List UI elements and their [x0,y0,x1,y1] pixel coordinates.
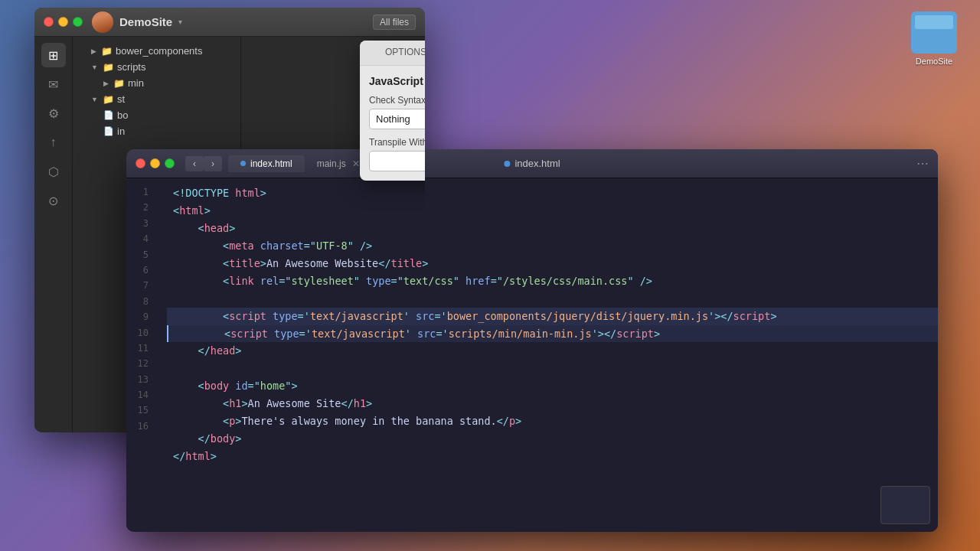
tree-item-label: st [117,93,125,105]
more-options-icon[interactable]: ⋯ [916,156,929,171]
close-button[interactable] [44,17,54,27]
editor-window: ‹ › index.html index.html main.js ✕ ⋯ 1 … [126,149,938,532]
tree-item-st[interactable]: ▼ 📁 st [73,91,240,107]
tab-label: index.html [250,158,292,169]
editor-close-button[interactable] [136,158,145,168]
tree-item-bower-components[interactable]: ▶ 📁 bower_components [73,43,240,59]
tab-dot [240,161,246,166]
sidebar-item-search[interactable]: ⊙ [41,188,66,213]
chevron-down-icon[interactable]: ▾ [178,18,182,26]
folder-icon: 📁 [103,94,114,105]
options-body: JavaScript Check Syntax With: Nothing Tr… [360,66,425,181]
editor-traffic-lights [136,158,175,168]
tree-item-label: in [117,126,125,137]
desktop-icon[interactable]: DemoSite [907,11,961,66]
tab-options[interactable]: OPTIONS [360,41,425,65]
code-line-8: <script type='text/javascript' src='bowe… [167,308,938,325]
sidebar-item-plugins[interactable]: ⬡ [41,159,66,184]
main-title-bar: DemoSite ▾ All files [34,8,425,37]
editor-maximize-button[interactable] [165,158,175,168]
code-line-9: <script type='text/javascript' src='scri… [167,325,938,343]
code-line-12: <body id="home"> [167,377,938,395]
tree-item-label: scripts [117,61,146,73]
forward-button[interactable]: › [204,156,222,171]
sidebar: ⊞ ✉ ⚙ ↑ ⬡ ⊙ [34,37,73,432]
code-line-1: <!DOCTYPE html> [167,184,938,202]
tree-item-scripts[interactable]: ▼ 📁 scripts [73,59,240,75]
code-line-16: </html> [167,448,938,465]
editor-title-text: index.html [514,158,560,169]
check-syntax-select[interactable]: Nothing [369,109,425,129]
code-line-6: <link rel="stylesheet" type="text/css" h… [167,272,938,290]
code-line-4: <meta charset="UTF-8" /> [167,237,938,255]
tab-index-html[interactable]: index.html [228,155,305,172]
folder-expand-icon: ▼ [91,64,98,71]
desktop-icon-label: DemoSite [916,57,952,66]
tree-item-bo[interactable]: 📄 bo [73,107,240,123]
file-icon: 📄 [103,110,114,120]
code-line-2: <html> [167,202,938,220]
code-line-13: <h1>An Awesome Site</h1> [167,395,938,412]
site-info: DemoSite ▾ [92,11,373,33]
options-panel: OPTIONS LINKED FILES JavaScript Check Sy… [360,41,425,181]
code-line-10: </head> [167,342,938,360]
code-content[interactable]: <!DOCTYPE html> <html> <head> <meta char… [161,178,938,532]
transpile-label: Transpile With: [369,137,425,148]
editor-tabs: index.html main.js ✕ [228,155,916,172]
folder-icon: 📁 [113,78,125,89]
folder-icon-image [911,11,957,54]
sidebar-item-mail[interactable]: ✉ [41,72,66,96]
code-line-14: <p>There's always money in the banana st… [167,412,938,430]
tree-item-min[interactable]: ▶ 📁 min [73,75,240,91]
line-numbers: 1 2 3 4 5 6 7 8 9 10 11 12 13 14 15 16 [126,178,161,532]
folder-icon: 📁 [103,62,114,73]
editor-minimize-button[interactable] [150,158,160,168]
sidebar-item-settings[interactable]: ⚙ [41,101,66,126]
avatar-image [92,11,113,33]
folder-expand-icon: ▼ [91,96,98,103]
file-icon: 📄 [103,126,114,136]
minimap-thumbnail [880,486,930,524]
code-line-15: </body> [167,430,938,448]
minimize-button[interactable] [58,17,68,27]
transpile-input[interactable] [369,151,425,171]
tree-item-in[interactable]: 📄 in [73,123,240,139]
folder-icon: 📁 [101,46,113,57]
sidebar-item-publish[interactable]: ↑ [41,130,66,155]
code-line-7 [167,290,938,308]
all-files-button[interactable]: All files [373,15,416,30]
code-line-5: <title>An Awesome Website</title> [167,255,938,272]
back-button[interactable]: ‹ [185,156,204,171]
code-line-3: <head> [167,220,938,237]
traffic-lights [44,17,83,27]
editor-title: index.html [504,158,560,169]
options-tabs: OPTIONS LINKED FILES [360,41,425,66]
avatar [92,11,113,33]
tree-item-label: bo [117,109,128,121]
code-line-11 [167,360,938,377]
tree-item-label: bower_components [116,45,202,57]
tab-label: main.js [317,158,346,169]
tree-item-label: min [128,77,144,89]
maximize-button[interactable] [73,17,83,27]
code-area: 1 2 3 4 5 6 7 8 9 10 11 12 13 14 15 16 <… [126,178,938,532]
check-syntax-label: Check Syntax With: [369,95,425,106]
title-dot [504,161,510,167]
site-name[interactable]: DemoSite [119,15,172,28]
folder-collapse-icon: ▶ [103,80,109,87]
folder-collapse-icon: ▶ [91,47,96,55]
language-label: JavaScript [369,75,425,87]
sidebar-item-files[interactable]: ⊞ [41,43,66,67]
editor-title-bar: ‹ › index.html index.html main.js ✕ ⋯ [126,149,938,178]
